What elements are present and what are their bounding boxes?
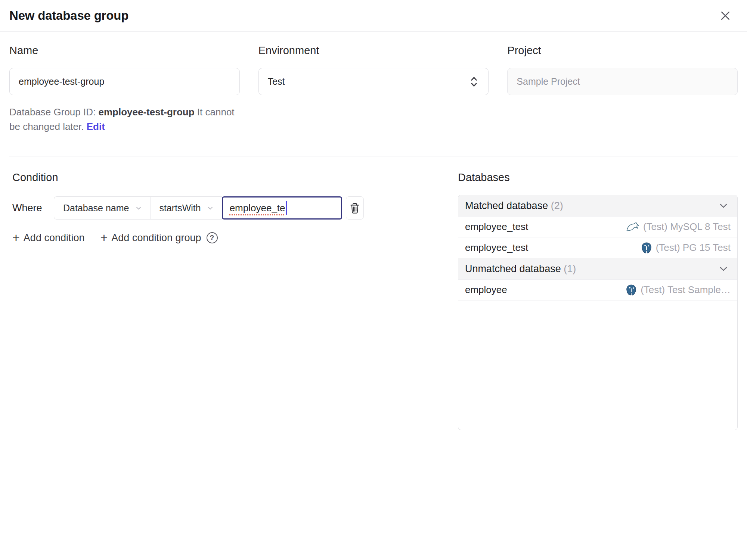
- condition-factor-select[interactable]: Database name: [54, 197, 150, 219]
- mysql-icon: [626, 222, 639, 232]
- section-divider: [9, 156, 738, 156]
- postgresql-icon: [626, 284, 637, 296]
- group-id-value: employee-test-group: [98, 106, 194, 118]
- condition-value-input[interactable]: employee_te: [222, 196, 342, 220]
- database-instance: (Test) MySQL 8 Test: [626, 221, 731, 233]
- chevron-up-down-icon: [469, 75, 479, 88]
- condition-operator-select[interactable]: startsWith: [150, 197, 222, 219]
- add-condition-button[interactable]: + Add condition: [12, 231, 84, 244]
- database-row: employee_test (Test) PG 15 Test: [458, 237, 737, 258]
- databases-heading: Databases: [458, 171, 738, 184]
- unmatched-database-label: Unmatched database (1): [465, 263, 576, 275]
- database-name: employee_test: [465, 242, 528, 253]
- condition-factor-value: Database name: [63, 203, 129, 214]
- text-cursor: [286, 201, 287, 215]
- form-grid: Name Database Group ID: employee-test-gr…: [0, 44, 747, 134]
- database-name: employee_test: [465, 221, 528, 233]
- delete-condition-button[interactable]: [346, 196, 364, 220]
- database-instance: (Test) Test Sample…: [626, 284, 731, 296]
- environment-label: Environment: [258, 44, 489, 57]
- environment-value: Test: [268, 76, 285, 87]
- database-row: employee_test (Test) MySQL 8 Test: [458, 217, 737, 237]
- project-field-group: Project Sample Project: [507, 44, 738, 134]
- condition-section: Condition Where Database name startsWith: [12, 171, 458, 430]
- help-icon[interactable]: ?: [207, 232, 218, 243]
- database-instance-label: (Test) Test Sample…: [641, 284, 731, 296]
- condition-value-text: employee_te: [230, 202, 285, 214]
- matched-database-count: (2): [551, 200, 563, 211]
- databases-panel: Matched database (2) employee_test: [458, 195, 738, 430]
- chevron-down-icon: [718, 200, 729, 211]
- condition-actions: + Add condition + Add condition group ?: [12, 231, 458, 244]
- chevron-down-icon: [718, 263, 729, 274]
- project-select: Sample Project: [507, 68, 738, 95]
- close-button[interactable]: [719, 9, 732, 22]
- close-icon: [719, 9, 732, 22]
- databases-section: Databases Matched database (2) employee_…: [458, 171, 738, 430]
- edit-link[interactable]: Edit: [87, 121, 105, 132]
- unmatched-database-header[interactable]: Unmatched database (1): [458, 258, 737, 280]
- condition-heading: Condition: [12, 171, 458, 184]
- where-label: Where: [12, 202, 54, 214]
- matched-database-label: Matched database (2): [465, 200, 563, 212]
- add-condition-label: Add condition: [24, 232, 85, 244]
- project-label: Project: [507, 44, 738, 57]
- unmatched-database-count: (1): [564, 263, 576, 274]
- condition-operator-value: startsWith: [159, 203, 201, 214]
- name-field-group: Name Database Group ID: employee-test-gr…: [9, 44, 240, 134]
- add-condition-group-label: Add condition group: [111, 232, 201, 244]
- chevron-down-icon: [206, 204, 214, 212]
- database-instance: (Test) PG 15 Test: [641, 242, 731, 254]
- group-id-prefix: Database Group ID:: [9, 106, 96, 118]
- trash-icon: [349, 202, 360, 214]
- database-instance-label: (Test) MySQL 8 Test: [643, 221, 731, 233]
- matched-database-header[interactable]: Matched database (2): [458, 195, 737, 217]
- page-title: New database group: [9, 9, 128, 23]
- database-instance-label: (Test) PG 15 Test: [656, 242, 731, 253]
- chevron-down-icon: [134, 204, 143, 212]
- environment-field-group: Environment Test: [258, 44, 489, 134]
- condition-group: Database name startsWith: [54, 196, 222, 220]
- environment-select[interactable]: Test: [258, 68, 489, 95]
- database-name: employee: [465, 284, 507, 296]
- database-row: employee (Test) Test Sample…: [458, 280, 737, 301]
- name-input[interactable]: [9, 68, 240, 95]
- plus-icon: +: [100, 231, 108, 244]
- project-value: Sample Project: [517, 76, 580, 87]
- name-label: Name: [9, 44, 240, 57]
- condition-row: Where Database name startsWith: [12, 196, 458, 220]
- plus-icon: +: [12, 231, 20, 244]
- postgresql-icon: [641, 242, 652, 254]
- add-condition-group-button[interactable]: + Add condition group ?: [100, 231, 217, 244]
- group-id-note: Database Group ID: employee-test-group I…: [9, 105, 240, 134]
- main-area: Condition Where Database name startsWith: [0, 171, 747, 430]
- dialog-header: New database group: [0, 0, 747, 32]
